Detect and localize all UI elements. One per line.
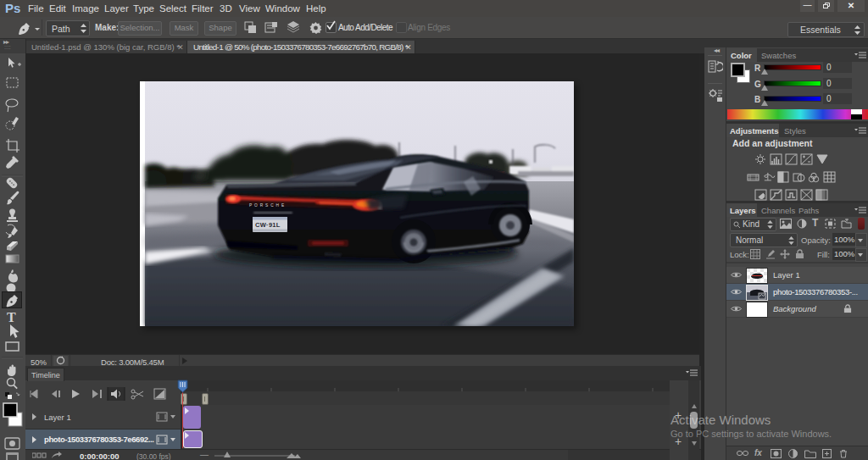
svg-text:PORSCHE: PORSCHE <box>249 203 287 208</box>
svg-text:T: T <box>7 310 16 324</box>
svg-text:CW·91L: CW·91L <box>255 221 281 229</box>
